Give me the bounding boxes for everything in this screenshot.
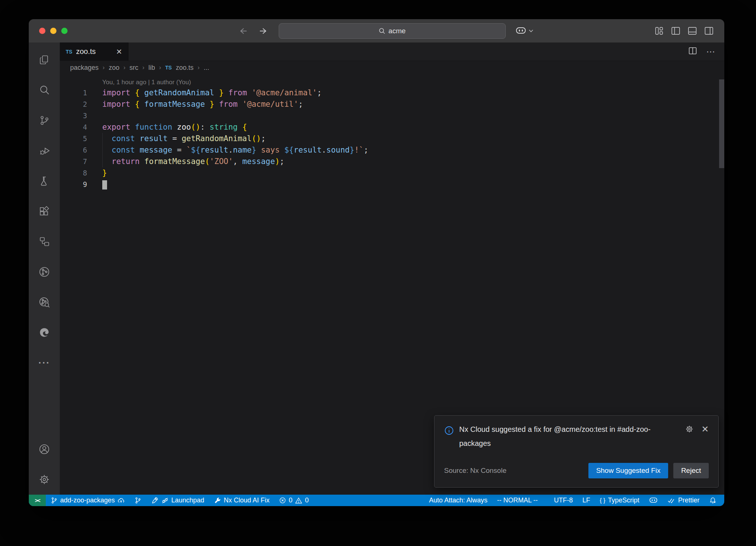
show-suggested-fix-button[interactable]: Show Suggested Fix — [588, 463, 668, 478]
code-line[interactable]: 8} — [60, 167, 724, 179]
code-line[interactable]: 4export function zoo(): string { — [60, 122, 724, 133]
auto-attach-status[interactable]: Auto Attach: Always — [424, 495, 492, 506]
wrench-icon — [214, 497, 221, 504]
code-lines: 1import { getRandomAnimal } from '@acme/… — [60, 87, 724, 190]
breadcrumb-item[interactable]: lib — [148, 64, 155, 72]
nx-console-icon[interactable] — [29, 226, 60, 257]
tab-strip: TS zoo.ts ✕ ⋯ — [60, 42, 724, 61]
edge-browser-icon[interactable] — [29, 317, 60, 348]
notification-message: Nx Cloud suggested a fix for @acme/zoo:t… — [459, 422, 671, 450]
command-center-search[interactable]: acme — [279, 23, 506, 39]
more-views-icon[interactable]: ··· — [29, 348, 60, 378]
launchpad-label: Launchpad — [171, 496, 204, 504]
branch-name: add-zoo-packages — [60, 496, 115, 504]
line-number: 9 — [60, 179, 87, 190]
split-editor-icon[interactable] — [688, 46, 697, 57]
settings-gear-icon[interactable] — [29, 464, 60, 495]
notification-close-icon[interactable]: ✕ — [701, 424, 709, 435]
bell-icon — [709, 497, 717, 504]
search-icon — [379, 28, 385, 34]
git-branch-status[interactable]: add-zoo-packages — [46, 495, 130, 506]
breadcrumb: packages› zoo› src› lib› TS zoo.ts› ... — [60, 61, 724, 74]
line-number: 2 — [60, 99, 87, 110]
launchpad-status[interactable]: Launchpad — [146, 495, 209, 506]
chevron-down-icon — [529, 29, 533, 33]
search-icon[interactable] — [29, 75, 60, 105]
code-line[interactable]: 6 const message = `${result.name} says $… — [60, 144, 724, 156]
git-branch-icon — [134, 497, 141, 504]
close-tab-icon[interactable]: ✕ — [116, 48, 122, 55]
line-number: 7 — [60, 156, 87, 167]
window-controls — [39, 28, 68, 34]
minimize-window-button[interactable] — [50, 28, 56, 34]
nx-fix-label: Nx Cloud AI Fix — [224, 496, 269, 504]
block-cursor — [102, 180, 107, 190]
warning-count: 0 — [305, 496, 309, 504]
error-icon — [279, 497, 286, 504]
close-window-button[interactable] — [39, 28, 45, 34]
toggle-primary-sidebar-button[interactable] — [671, 26, 681, 36]
breadcrumb-file[interactable]: zoo.ts — [176, 64, 193, 72]
braces-icon: { } — [600, 497, 605, 504]
line-number: 1 — [60, 87, 87, 99]
language-status[interactable]: { } TypeScript — [595, 495, 644, 506]
gitlens-blame-annotation: You, 1 hour ago | 1 author (You) — [102, 77, 724, 87]
toggle-panel-button[interactable] — [687, 26, 697, 36]
breadcrumb-item[interactable]: src — [130, 64, 138, 72]
breadcrumb-item[interactable]: zoo — [109, 64, 119, 72]
plug-icon — [161, 497, 169, 504]
zoom-window-button[interactable] — [61, 28, 68, 34]
git-compare-status[interactable] — [130, 495, 146, 506]
eol-status[interactable]: LF — [578, 495, 595, 506]
run-debug-icon[interactable] — [29, 136, 60, 166]
code-line[interactable]: 1import { getRandomAnimal } from '@acme/… — [60, 87, 724, 99]
editor-scrollbar[interactable] — [719, 79, 724, 168]
explorer-icon[interactable] — [29, 45, 60, 75]
activity-bar: ··· — [29, 42, 60, 495]
breadcrumb-symbol[interactable]: ... — [204, 64, 209, 72]
back-arrow-icon[interactable] — [237, 25, 248, 37]
prettier-status[interactable]: Prettier — [663, 495, 704, 506]
editor-more-actions-icon[interactable]: ⋯ — [706, 47, 715, 57]
code-line[interactable]: 3 — [60, 110, 724, 122]
encoding-status[interactable]: UTF-8 — [549, 495, 578, 506]
git-branch-icon — [51, 497, 58, 504]
toggle-secondary-sidebar-button[interactable] — [704, 26, 714, 36]
notifications-bell[interactable] — [704, 495, 721, 506]
testing-icon[interactable] — [29, 166, 60, 196]
copilot-icon — [515, 27, 526, 35]
line-number: 4 — [60, 122, 87, 133]
code-line[interactable]: 2import { formatMessage } from '@acme/ut… — [60, 99, 724, 110]
code-line[interactable]: 5 const result = getRandomAnimal(); — [60, 133, 724, 144]
tab-zoo-ts[interactable]: TS zoo.ts ✕ — [60, 42, 128, 61]
tab-label: zoo.ts — [76, 47, 96, 56]
notification-toast: Nx Cloud suggested a fix for @acme/zoo:t… — [434, 415, 719, 488]
vim-mode-status[interactable]: -- NORMAL -- — [492, 495, 542, 506]
source-control-icon[interactable] — [29, 105, 60, 136]
copilot-icon — [649, 497, 658, 504]
copilot-menu[interactable] — [515, 27, 533, 35]
problems-status[interactable]: 0 0 — [274, 495, 313, 506]
extensions-icon[interactable] — [29, 196, 60, 226]
reject-button[interactable]: Reject — [673, 463, 709, 478]
typescript-file-icon: TS — [165, 65, 172, 71]
account-icon[interactable] — [29, 434, 60, 464]
nx-cloud-icon[interactable] — [29, 257, 60, 287]
customize-layout-button[interactable] — [654, 26, 664, 36]
status-bar: >< add-zoo-packages Launchpad Nx Cloud A… — [29, 495, 724, 506]
remote-indicator[interactable]: >< — [29, 495, 46, 506]
breadcrumb-item[interactable]: packages — [70, 64, 99, 72]
code-line[interactable]: 9 — [60, 179, 724, 190]
nx-cloud-ai-fix-status[interactable]: Nx Cloud AI Fix — [209, 495, 274, 506]
error-count: 0 — [289, 496, 292, 504]
forward-arrow-icon[interactable] — [258, 25, 269, 37]
line-number: 3 — [60, 110, 87, 122]
double-check-icon — [667, 497, 676, 504]
search-value: acme — [388, 27, 405, 35]
copilot-status[interactable] — [644, 495, 663, 506]
notification-settings-gear-icon[interactable] — [685, 424, 694, 435]
code-line[interactable]: 7 return formatMessage('ZOO', message); — [60, 156, 724, 167]
graph-search-icon[interactable] — [29, 287, 60, 317]
warning-icon — [295, 497, 302, 504]
rocket-icon — [151, 496, 159, 504]
